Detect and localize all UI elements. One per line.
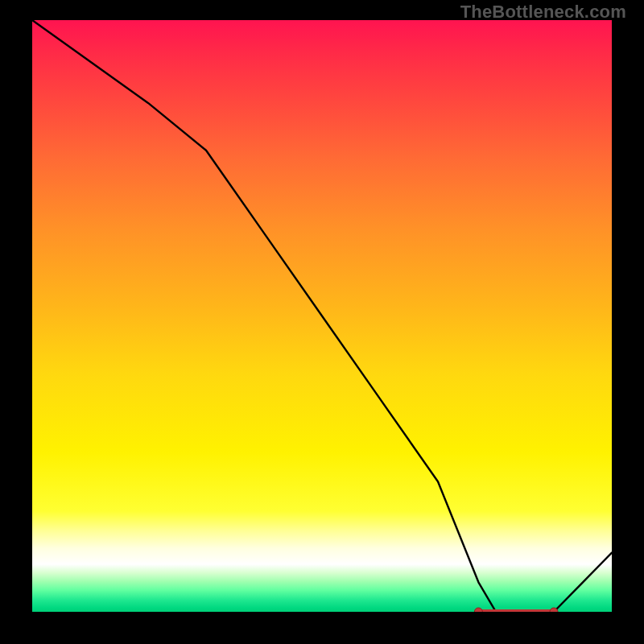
optimal-start-marker: [474, 608, 482, 612]
plot-area: [32, 20, 612, 612]
bottleneck-line: [32, 20, 612, 612]
line-chart-svg: [32, 20, 612, 612]
watermark-text: TheBottleneck.com: [460, 2, 626, 23]
